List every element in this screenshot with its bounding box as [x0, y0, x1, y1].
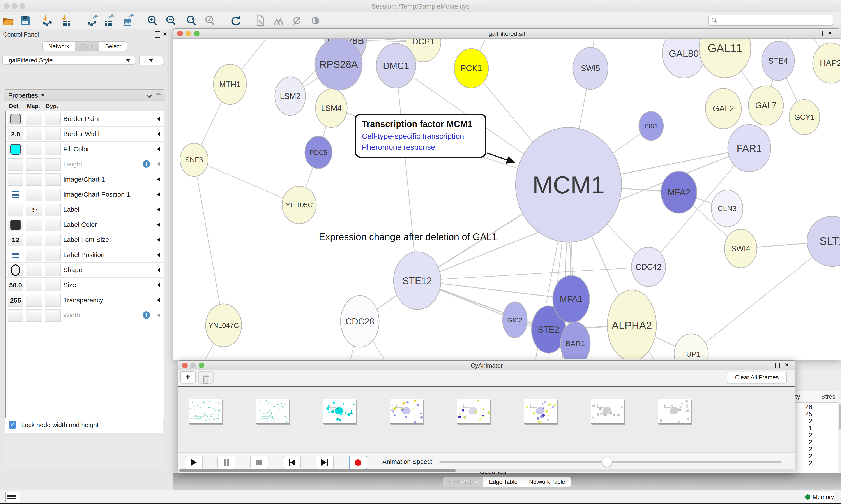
- bypass-cell[interactable]: [45, 294, 61, 307]
- expand-property-icon[interactable]: [157, 237, 160, 242]
- zoom-in-icon[interactable]: [146, 15, 159, 27]
- style-options-button[interactable]: [139, 56, 163, 66]
- network-node-cdc28[interactable]: CDC28: [341, 295, 379, 347]
- mapping-cell[interactable]: [26, 249, 42, 261]
- info-icon[interactable]: i: [143, 311, 150, 319]
- tab-edge-table[interactable]: Edge Table: [483, 477, 523, 487]
- bypass-cell[interactable]: [45, 309, 61, 322]
- property-row-label-color[interactable]: Label Color: [6, 217, 164, 232]
- network-node-pis1[interactable]: PIS1: [639, 111, 663, 140]
- default-value-cell[interactable]: [8, 204, 23, 216]
- network-node-snf3[interactable]: SNF3: [180, 143, 208, 177]
- network-node-pck1[interactable]: PCK1: [454, 49, 488, 88]
- first-frame-button[interactable]: [283, 456, 301, 469]
- add-frame-button[interactable]: +: [180, 371, 196, 383]
- expand-property-icon[interactable]: [157, 253, 160, 257]
- default-value-cell[interactable]: [8, 219, 23, 231]
- network-node-far1[interactable]: FAR1: [728, 125, 771, 172]
- network-window-titlebar[interactable]: galFiltered.sif ×: [173, 29, 841, 38]
- property-row-shape[interactable]: Shape: [6, 263, 164, 277]
- network-node-mth1[interactable]: MTH1: [214, 64, 246, 105]
- network-node-swi4[interactable]: SWI4: [724, 229, 757, 268]
- pause-button[interactable]: [217, 456, 235, 469]
- bypass-cell[interactable]: [45, 279, 61, 291]
- last-frame-button[interactable]: [316, 456, 334, 469]
- float-window-icon[interactable]: [818, 31, 823, 36]
- network-node-dmc1[interactable]: DMC1: [376, 43, 416, 88]
- float-window-icon[interactable]: [775, 363, 780, 368]
- properties-header[interactable]: Properties: [4, 90, 165, 101]
- table-scrollbar[interactable]: [838, 392, 841, 473]
- table-rows[interactable]: 26252122222: [791, 402, 838, 473]
- style-selector[interactable]: galFiltered Style: [2, 56, 135, 65]
- network-node-bar1[interactable]: BAR1: [560, 322, 590, 360]
- mapping-cell[interactable]: [26, 294, 42, 307]
- property-row-fill-color[interactable]: Fill Color: [6, 142, 164, 157]
- expand-property-icon[interactable]: [157, 162, 160, 166]
- property-row-image-chart-position-1[interactable]: Image/Chart Position 1: [6, 187, 164, 202]
- default-value-cell[interactable]: [8, 158, 23, 170]
- table-cell-value[interactable]: 2: [793, 431, 812, 439]
- export-table-icon[interactable]: [103, 15, 115, 27]
- save-session-icon[interactable]: [19, 15, 31, 27]
- network-edge[interactable]: [417, 267, 648, 281]
- mapping-cell[interactable]: [26, 143, 42, 156]
- table-cell-value[interactable]: 2: [793, 452, 812, 460]
- memory-button[interactable]: Memory: [805, 492, 835, 502]
- close-view-icon[interactable]: ×: [785, 361, 789, 368]
- network-snapshot-icon[interactable]: [254, 15, 266, 27]
- lock-checkbox[interactable]: ✓: [8, 421, 16, 429]
- network-node-tup1[interactable]: TUP1: [674, 334, 708, 360]
- mapping-cell[interactable]: [26, 188, 42, 201]
- tab-network[interactable]: Network: [43, 41, 75, 51]
- zoom-out-icon[interactable]: [165, 15, 177, 27]
- property-row-width[interactable]: Widthi: [6, 308, 164, 323]
- network-node-yil105c[interactable]: YIL105C: [282, 186, 316, 224]
- network-caption[interactable]: Expression change after deletion of GAL1: [319, 231, 497, 242]
- mapping-cell[interactable]: [26, 264, 42, 276]
- stop-button[interactable]: [250, 456, 268, 469]
- network-node-ynl047c[interactable]: YNL047C: [205, 304, 241, 347]
- network-node-gal11[interactable]: GAL11: [699, 38, 751, 78]
- zoom-selected-icon[interactable]: [204, 15, 216, 27]
- network-node-mfa1[interactable]: MFA1: [553, 275, 590, 323]
- hide-selected-icon[interactable]: [291, 15, 303, 27]
- bypass-cell[interactable]: [45, 128, 61, 140]
- property-row-height[interactable]: Heighti: [6, 157, 164, 172]
- mapping-cell[interactable]: [26, 219, 42, 231]
- bypass-cell[interactable]: [45, 219, 61, 231]
- cyanimator-titlebar[interactable]: CyAnimator ×: [178, 361, 795, 371]
- network-canvas[interactable]: RPS28BDCP1RPS28ADMC1PCK1MTH1LSM2LSM4SNF3…: [174, 38, 840, 360]
- timeline-scrollbar[interactable]: [179, 469, 794, 472]
- play-button[interactable]: [185, 456, 203, 469]
- network-node-swi5[interactable]: SWI5: [573, 47, 608, 89]
- search-input[interactable]: [708, 15, 833, 25]
- mapping-cell[interactable]: [26, 279, 42, 291]
- open-session-icon[interactable]: [2, 15, 14, 27]
- property-row-border-paint[interactable]: Border Paint: [6, 111, 164, 127]
- mapping-cell[interactable]: [26, 309, 42, 322]
- property-row-border-width[interactable]: 2.0Border Width: [6, 127, 164, 142]
- network-edge[interactable]: [194, 160, 223, 325]
- default-value-cell[interactable]: 2.0: [8, 128, 23, 140]
- record-button[interactable]: [349, 456, 367, 470]
- expand-property-icon[interactable]: [157, 192, 160, 197]
- default-value-cell[interactable]: [8, 249, 23, 261]
- table-cell-value[interactable]: 25: [793, 410, 812, 418]
- bypass-cell[interactable]: [45, 143, 61, 156]
- property-row-transparency[interactable]: 255Transparency: [6, 293, 164, 308]
- show-panels-button[interactable]: [5, 491, 20, 502]
- network-node-gal7[interactable]: GAL7: [748, 86, 783, 125]
- expand-property-icon[interactable]: [157, 117, 160, 121]
- bypass-cell[interactable]: [45, 174, 61, 186]
- expand-property-icon[interactable]: [157, 147, 160, 151]
- property-row-label-position[interactable]: Label Position: [6, 247, 164, 263]
- network-node-gal80[interactable]: GAL80: [662, 38, 705, 78]
- table-cell-value[interactable]: 26: [793, 403, 812, 411]
- default-value-cell[interactable]: [8, 188, 23, 201]
- collapse-all-icon[interactable]: [156, 93, 161, 98]
- expand-property-icon[interactable]: [157, 207, 160, 212]
- network-node-gal2[interactable]: GAL2: [705, 88, 741, 129]
- bypass-cell[interactable]: [45, 188, 61, 201]
- export-network-icon[interactable]: [86, 15, 99, 27]
